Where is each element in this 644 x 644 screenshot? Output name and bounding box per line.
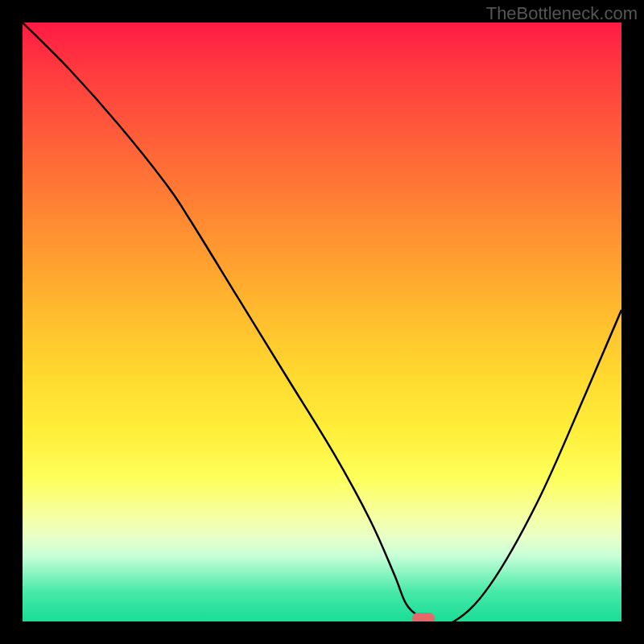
watermark-text: TheBottleneck.com <box>486 3 638 24</box>
plot-area <box>23 23 621 621</box>
bottleneck-curve <box>23 23 621 621</box>
optimal-marker <box>412 613 435 621</box>
